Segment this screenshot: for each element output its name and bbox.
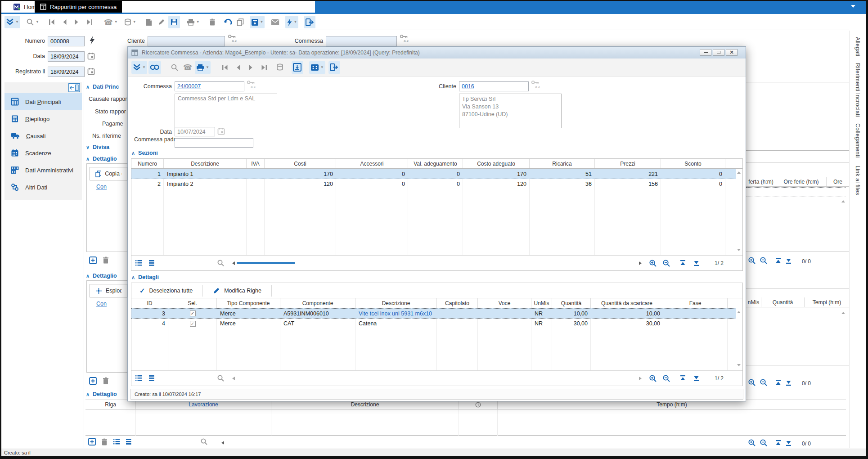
column-header[interactable]: UnMis [531,298,552,308]
column-header[interactable]: Riga [85,400,136,409]
dialog-expand-all-icon[interactable]: ▼ [131,61,147,74]
dialog-commessa-padre-input[interactable] [175,138,253,148]
print-icon[interactable]: ▼ [185,16,201,28]
tab-rapportini[interactable]: Rapportini per commessa [35,1,122,13]
lightning-icon[interactable] [89,36,95,46]
scroll-top-icon[interactable] [775,379,782,388]
section-dettagli[interactable]: ∧Dettagli [131,274,159,280]
close-button[interactable]: ✕ [726,49,738,56]
delete-row-icon-1[interactable] [103,256,109,266]
column-header[interactable]: Quantità da scaricare [591,298,663,308]
hscroll-left-icon[interactable] [221,441,224,445]
column-header[interactable]: Descrizione [271,400,459,409]
dialog-link-icon[interactable] [148,61,161,74]
section-dettaglio-2[interactable]: ∧Dettaglio [86,273,127,279]
column-header[interactable]: Descrizione [355,298,437,308]
modifica-righe-button[interactable]: Modifica Righe [207,284,267,297]
database-icon[interactable]: ▼ [123,16,138,28]
sezioni-row-1[interactable]: 1 Impianto 1 170 0 0 170 51 221 0 [131,169,736,179]
column-header[interactable]: Ore ferie (h:m) [776,177,827,186]
filter-search-icon[interactable] [200,438,208,447]
commessa-input[interactable] [326,36,397,46]
cliente-input[interactable] [148,36,225,46]
dialog-last-record-icon[interactable] [258,61,270,74]
sidebar-item-dati-principali[interactable]: Dati Principali [4,93,82,110]
hscroll-left-icon[interactable] [232,261,235,265]
data-input[interactable]: 18/09/2024 [48,51,85,62]
column-header[interactable]: Tempo (h:m) [498,400,846,409]
column-header[interactable]: Quantità [761,297,805,307]
scroll-bottom-icon[interactable] [785,440,792,448]
next-record-icon[interactable] [71,16,83,28]
hscroll-track[interactable] [237,263,635,263]
call-icon[interactable]: ☎▼ [103,16,119,28]
list-detail-icon[interactable] [135,260,142,268]
export-box-icon[interactable]: ▼ [250,16,265,28]
minimize-button[interactable] [700,49,711,56]
scroll-down-icon[interactable] [737,364,741,366]
scroll-bottom-icon[interactable] [693,260,700,268]
hscroll-right-icon[interactable] [639,377,642,380]
dialog-titlebar[interactable]: Ricercatore Commessa - Azienda: Mago4_Es… [128,47,746,58]
column-header[interactable]: Capitolato [437,298,478,308]
tab-link-ai-files[interactable]: Link ai files [855,166,861,195]
expand-all-icon[interactable]: ▼ [4,16,20,28]
dialog-refresh-database-icon[interactable] [274,61,286,74]
column-header[interactable]: Val. adeguamento [408,159,463,168]
scroll-down-icon[interactable] [737,249,741,251]
column-header[interactable]: Numero [131,159,164,168]
column-header[interactable]: Sel. [168,298,217,308]
zoom-in-icon[interactable] [649,259,657,269]
column-header[interactable]: Prezzi [595,159,661,168]
section-divisa[interactable]: ∨Divisa [86,144,127,150]
data-calendar-icon[interactable] [87,52,95,62]
dettagli-row-1[interactable]: 3 ✓ Merce A5931INM006010 Vite tcei inox … [131,308,736,319]
filter-search-icon[interactable] [217,374,225,384]
section-dettaglio-3[interactable]: ∧Dettaglio [86,391,127,397]
hscroll-right-icon[interactable] [639,261,642,265]
list-compact-icon[interactable] [126,438,132,447]
hscroll-thumb[interactable] [237,262,295,264]
sezioni-row-2[interactable]: 2 Impianto 2 120 0 0 120 36 156 0 [131,179,736,189]
column-header[interactable]: Costo adeguato [463,159,530,168]
last-record-icon[interactable] [84,16,95,28]
add-row-icon-3[interactable] [88,438,96,447]
tab-riferimenti-incrociati[interactable]: Riferimenti Incrociati [855,63,861,117]
numero-input[interactable]: 000008 [48,36,85,46]
zoom-in-icon[interactable] [748,256,756,266]
copia-button[interactable]: Copia c [90,167,127,180]
column-header[interactable]: Voce [478,298,531,308]
scroll-bottom-icon[interactable] [785,257,792,266]
dialog-next-record-icon[interactable] [245,61,257,74]
scroll-up-icon[interactable] [841,200,845,202]
list-detail-icon[interactable] [113,438,120,447]
undo-icon[interactable] [222,16,234,28]
registrato-calendar-icon[interactable] [87,68,95,77]
zoom-in-icon[interactable] [748,378,756,388]
column-header[interactable]: Accessori [336,159,408,168]
zoom-out-icon[interactable] [760,256,768,266]
dialog-search-icon[interactable] [169,61,180,74]
prev-record-icon[interactable] [58,16,70,28]
first-record-icon[interactable] [46,16,58,28]
esplodi-button[interactable]: Esplod [90,284,127,297]
commessa-key-az-icon[interactable]: a-z [400,34,410,45]
column-header[interactable]: nMis [746,297,761,307]
edit-icon[interactable] [156,16,167,28]
column-header[interactable]: ID [131,298,168,308]
column-header[interactable]: Ricarica [530,159,595,168]
scroll-up-icon[interactable] [737,311,741,313]
dialog-first-record-icon[interactable] [219,61,231,74]
column-header[interactable]: Ore [827,177,849,186]
titlebar-menu-caret[interactable] [851,5,855,8]
save-icon[interactable] [168,16,180,28]
scroll-bottom-icon[interactable] [785,379,792,388]
column-header[interactable]: ferta (h:m) [746,177,776,186]
copy-icon[interactable] [234,16,246,28]
zoom-in-icon[interactable] [649,374,657,384]
mail-icon[interactable] [269,16,281,28]
column-header[interactable]: Componente [280,298,355,308]
exit-icon[interactable] [304,16,315,28]
section-dati-principali[interactable]: ∧Dati Princ [86,84,127,90]
hscroll-left-icon[interactable] [232,377,235,380]
